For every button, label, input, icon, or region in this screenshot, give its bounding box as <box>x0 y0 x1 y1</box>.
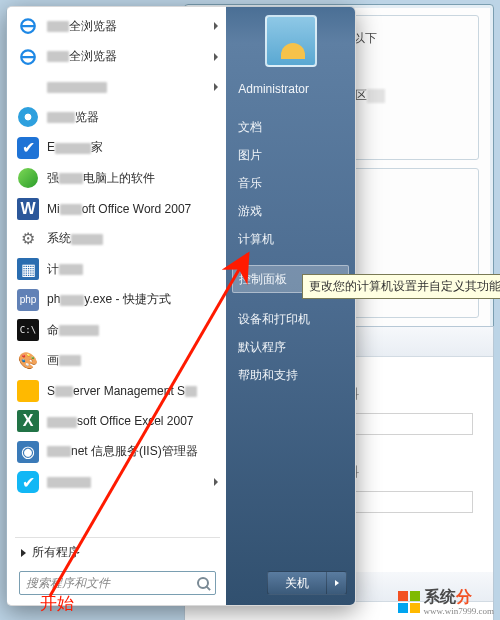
program-label <box>47 475 91 489</box>
calculator-icon: ▦ <box>17 258 39 280</box>
program-label: 全浏览器 <box>47 18 117 35</box>
word-icon: W <box>17 198 39 220</box>
program-item[interactable]: ✔E家 <box>11 133 224 163</box>
program-item[interactable]: Server Management S <box>11 376 224 406</box>
tencent-icon: ✔ <box>17 471 39 493</box>
right-pane-item[interactable]: Administrator <box>226 75 355 103</box>
program-item[interactable]: ◉net 信息服务(IIS)管理器 <box>11 436 224 466</box>
program-label: 强电脑上的软件 <box>47 170 155 187</box>
start-menu: 全浏览器全浏览器览器✔E家强电脑上的软件WMioft Office Word 2… <box>6 6 356 606</box>
program-item[interactable]: ▦计 <box>11 254 224 284</box>
right-pane-item[interactable]: 设备和打印机 <box>226 305 355 333</box>
program-label: Server Management S <box>47 384 197 398</box>
watermark-title-b: 分 <box>456 588 472 605</box>
watermark-sub: www.win7999.com <box>424 606 494 616</box>
green-app-icon <box>17 167 39 189</box>
program-item[interactable]: 全浏览器 <box>11 41 224 71</box>
ie-icon <box>17 15 39 37</box>
chevron-right-icon <box>335 580 339 586</box>
excel-icon: X <box>17 410 39 432</box>
cmd-icon: C:\ <box>17 319 39 341</box>
right-pane-item[interactable]: 游戏 <box>226 197 355 225</box>
triangle-icon <box>21 549 26 557</box>
annotation-label: 开始 <box>40 592 74 615</box>
program-item[interactable]: 强电脑上的软件 <box>11 163 224 193</box>
watermark-title-a: 系统 <box>424 588 456 605</box>
program-item[interactable]: 🎨画 <box>11 345 224 375</box>
php-icon: php <box>17 289 39 311</box>
program-item[interactable]: 览器 <box>11 102 224 132</box>
start-left-pane: 全浏览器全浏览器览器✔E家强电脑上的软件WMioft Office Word 2… <box>7 7 226 605</box>
program-label <box>47 80 107 94</box>
right-pane-item[interactable]: 默认程序 <box>226 333 355 361</box>
program-label: 计 <box>47 261 83 278</box>
user-picture[interactable] <box>265 15 317 67</box>
right-pane-item[interactable]: 帮助和支持 <box>226 361 355 389</box>
ie-icon <box>17 46 39 68</box>
right-pane-item[interactable]: 音乐 <box>226 169 355 197</box>
all-programs-label: 所有程序 <box>32 544 80 561</box>
program-label: net 信息服务(IIS)管理器 <box>47 443 198 460</box>
submenu-arrow-icon <box>214 83 218 91</box>
program-item[interactable]: ✔ <box>11 467 224 497</box>
fieldset-text-1: 以下 <box>353 31 377 45</box>
shield-icon: ✔ <box>17 137 39 159</box>
start-right-pane: Administrator文档图片音乐游戏计算机控制面板设备和打印机默认程序帮助… <box>226 7 355 605</box>
tooltip: 更改您的计算机设置并自定义其功能。 <box>302 274 500 299</box>
program-item[interactable]: phpphy.exe - 快捷方式 <box>11 285 224 315</box>
right-pane-item[interactable]: 计算机 <box>226 225 355 253</box>
program-list: 全浏览器全浏览器览器✔E家强电脑上的软件WMioft Office Word 2… <box>11 11 224 535</box>
watermark: 系统分 www.win7999.com <box>398 587 494 616</box>
program-label: 全浏览器 <box>47 48 117 65</box>
submenu-arrow-icon <box>214 478 218 486</box>
right-pane-item[interactable]: 图片 <box>226 141 355 169</box>
program-label: 命 <box>47 322 99 339</box>
program-label: 画 <box>47 352 81 369</box>
program-item[interactable]: 全浏览器 <box>11 11 224 41</box>
all-programs[interactable]: 所有程序 <box>11 540 224 565</box>
gear-icon: ⚙ <box>17 228 39 250</box>
program-item[interactable]: Xsoft Office Excel 2007 <box>11 406 224 436</box>
divider <box>15 537 220 538</box>
program-item[interactable]: ⚙系统 <box>11 224 224 254</box>
search-icon <box>197 577 209 589</box>
sql-server-icon <box>17 380 39 402</box>
program-label: 览器 <box>47 109 99 126</box>
iis-icon: ◉ <box>17 441 39 463</box>
program-item[interactable]: WMioft Office Word 2007 <box>11 193 224 223</box>
program-label: phy.exe - 快捷方式 <box>47 291 171 308</box>
browser-360-icon <box>17 106 39 128</box>
shutdown-button[interactable]: 关机 <box>267 571 327 595</box>
program-label: soft Office Excel 2007 <box>47 414 194 428</box>
search-placeholder: 搜索程序和文件 <box>26 575 110 592</box>
program-label: 系统 <box>47 230 103 247</box>
submenu-arrow-icon <box>214 22 218 30</box>
paint-icon: 🎨 <box>17 349 39 371</box>
program-item[interactable] <box>11 72 224 102</box>
program-label: Mioft Office Word 2007 <box>47 202 191 216</box>
submenu-arrow-icon <box>214 53 218 61</box>
app-icon <box>17 76 39 98</box>
shutdown-menu-button[interactable] <box>327 571 347 595</box>
right-pane-item[interactable]: 文档 <box>226 113 355 141</box>
program-label: E家 <box>47 139 103 156</box>
shutdown-row: 关机 <box>267 571 347 595</box>
program-item[interactable]: C:\命 <box>11 315 224 345</box>
windows-logo-icon <box>398 591 420 613</box>
